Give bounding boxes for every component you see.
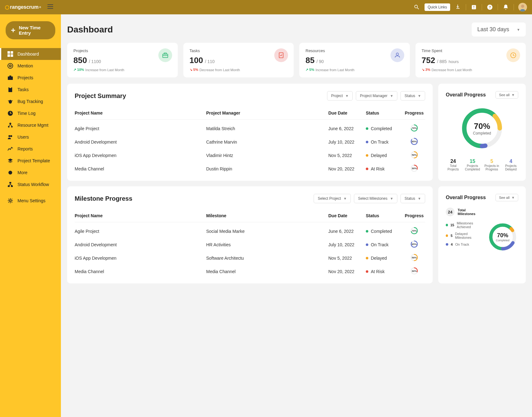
status-label: Delayed: [371, 256, 387, 261]
sidebar-item-status-workflow[interactable]: Status Workflow: [0, 179, 61, 190]
stat-label: Projects: [73, 48, 172, 53]
svg-point-22: [9, 100, 12, 104]
sidebar-item-label: Tasks: [17, 87, 29, 92]
date-range-select[interactable]: Last 30 days ▼: [472, 22, 526, 37]
due-date: July 10, 2022: [328, 140, 366, 145]
see-all-button[interactable]: See all▼: [495, 194, 518, 201]
table-row[interactable]: Agile Project Matilda Streich June 6, 20…: [75, 120, 425, 133]
svg-line-23: [8, 101, 9, 101]
sidebar-item-tasks[interactable]: Tasks: [0, 84, 61, 96]
svg-rect-5: [474, 8, 474, 9]
stat-value: 85: [306, 56, 315, 65]
sidebar-item-label: Users: [17, 135, 29, 140]
status-label: Completed: [371, 229, 392, 234]
svg-point-33: [8, 135, 10, 137]
milestone-progress-donut: 70% Completed: [487, 221, 518, 253]
milestone-filter-status[interactable]: Status▼: [400, 194, 425, 203]
sidebar-item-project-template[interactable]: Project Template: [0, 155, 61, 167]
column-header: Project Name: [75, 110, 206, 115]
status-dot-icon: [366, 270, 368, 273]
table-row[interactable]: iOS App Developmen Vladimir Hintz Nov 5,…: [75, 146, 425, 160]
notifications-icon[interactable]: [502, 4, 509, 11]
table-row[interactable]: Android Development Cathrine Marvin July…: [75, 133, 425, 146]
project-name: Agile Project: [75, 229, 206, 234]
stat-value: 100: [190, 56, 203, 65]
clock-icon: [7, 110, 13, 116]
table-row[interactable]: iOS App Developmen Software Architectu N…: [75, 249, 425, 262]
sidebar-item-dashboard[interactable]: Dashboard: [0, 48, 61, 60]
quick-links-button[interactable]: Quick Links: [425, 3, 450, 11]
table-row[interactable]: Agile Project Social Media Marke June 6,…: [75, 222, 425, 236]
sidebar-item-bug-tracking[interactable]: Bug Tracking: [0, 96, 61, 107]
donut-percent: 70%: [497, 232, 508, 239]
total-milestones-badge: 24: [446, 208, 455, 216]
column-header: Project Manager: [206, 110, 328, 115]
project-summary-filter-project[interactable]: Project▼: [327, 91, 353, 101]
table-row[interactable]: Media Channel Dustin Rippin Nov 20, 2022…: [75, 160, 425, 173]
svg-rect-14: [7, 54, 10, 57]
new-time-entry-button[interactable]: New Time Entry: [6, 21, 55, 39]
announcement-icon[interactable]: [470, 4, 477, 11]
column-header: Due Date: [328, 110, 366, 115]
filter-label: Select Project: [318, 196, 341, 201]
sidebar-item-menu-settings[interactable]: Menu Settings: [0, 195, 61, 207]
change-text: Increase from Last Month: [85, 68, 124, 72]
project-summary-filter-status[interactable]: Status▼: [400, 91, 425, 101]
sidebar-item-mention[interactable]: Mention: [0, 60, 61, 72]
user-avatar[interactable]: [518, 3, 527, 12]
filter-label: Project Manager: [360, 94, 387, 98]
status-label: At Risk: [371, 269, 385, 274]
task-icon: [274, 48, 288, 62]
chevron-down-icon: ▼: [390, 94, 393, 98]
svg-rect-21: [9, 87, 11, 88]
milestone-name: HR Activities: [206, 242, 328, 247]
change-text: Decrease from Last Month: [199, 68, 240, 72]
svg-line-43: [10, 184, 12, 185]
donut-label: Completed: [473, 131, 491, 135]
help-icon[interactable]: ?: [486, 4, 493, 11]
chart-icon: [7, 146, 13, 152]
project-manager: Dustin Rippin: [206, 166, 328, 171]
sidebar-item-reports[interactable]: Reports: [0, 143, 61, 155]
svg-point-34: [10, 135, 12, 137]
logo[interactable]: rangescrum®: [5, 4, 41, 10]
milestone-filter-select milestones[interactable]: Select Milestones▼: [354, 194, 397, 203]
progress-ring: 50%: [410, 151, 418, 159]
svg-line-31: [9, 125, 10, 126]
search-icon[interactable]: [413, 4, 420, 11]
sidebar-item-more[interactable]: More: [0, 167, 61, 179]
more-icon: [7, 170, 13, 175]
project-summary-filter-project manager[interactable]: Project Manager▼: [356, 91, 397, 101]
project-name: Agile Project: [75, 126, 206, 131]
filter-label: Select Milestones: [358, 196, 387, 201]
chevron-down-icon: ▼: [511, 93, 515, 97]
table-row[interactable]: Android Development HR Activities July 1…: [75, 236, 425, 249]
filter-label: Status: [405, 196, 415, 201]
table-row[interactable]: Media Channel Media Channel Nov 20, 2022…: [75, 262, 425, 276]
svg-point-9: [521, 5, 524, 8]
milestone-filter-select project[interactable]: Select Project▼: [314, 194, 351, 203]
due-date: Nov 5, 2022: [328, 256, 366, 261]
total-milestones-label: Total Milestones: [458, 208, 476, 216]
sidebar-item-users[interactable]: Users: [0, 131, 61, 143]
svg-rect-13: [11, 51, 13, 54]
svg-marker-36: [8, 160, 13, 163]
users-icon: [7, 134, 13, 140]
total-item: 5Projects in Progress: [485, 159, 499, 171]
menu-toggle-icon[interactable]: [47, 4, 53, 10]
due-date: June 6, 2022: [328, 229, 366, 234]
sidebar-item-projects[interactable]: Projects: [0, 72, 61, 84]
status-dot-icon: [366, 154, 368, 157]
sidebar-item-resource-mgmt[interactable]: Resource Mgmt: [0, 119, 61, 131]
stat-value: 850: [73, 56, 87, 65]
column-header: Progress: [403, 213, 425, 218]
status-label: Delayed: [371, 153, 387, 158]
clipboard-icon: [7, 87, 13, 92]
sidebar-item-time-log[interactable]: Time Log: [0, 107, 61, 119]
see-all-button[interactable]: See all▼: [495, 91, 518, 99]
total-item: 24Total Projects: [446, 159, 460, 171]
status-label: On Track: [371, 140, 389, 145]
pointer-icon[interactable]: [455, 4, 461, 11]
status-label: At Risk: [371, 166, 385, 171]
svg-text:?: ?: [489, 5, 491, 9]
